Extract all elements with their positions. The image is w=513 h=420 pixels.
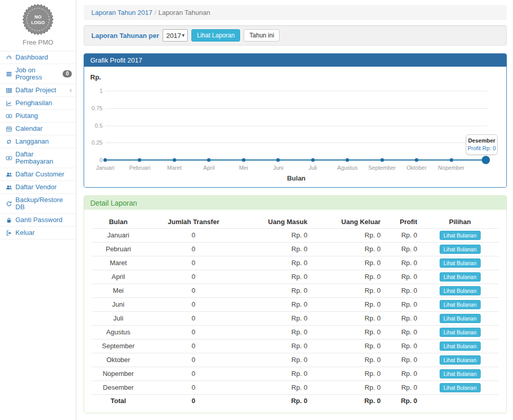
table-cell: Rp. 0 [311,353,385,367]
sidebar-item-label: Ganti Password [15,216,63,224]
table-icon [5,87,12,94]
table-cell: 0 [145,242,242,256]
sidebar-item-langganan[interactable]: Langganan [0,135,76,148]
view-report-button[interactable]: Lihat Laporan [191,29,240,42]
table-row-januari: Januari0Rp. 0Rp. 0Rp. 0Lihat Bulanan [92,228,499,242]
retweet-icon [5,138,12,145]
table-cell-action: Lihat Bulanan [421,311,499,325]
view-monthly-button-pebruari[interactable]: Lihat Bulanan [440,245,481,254]
table-cell: Rp. 0 [242,367,311,381]
chart-point-nopember[interactable] [449,158,453,162]
y-axis-tick-label: 0.75 [84,105,103,111]
table-cell: Oktober [92,353,145,367]
this-year-button[interactable]: Tahun ini [244,29,280,42]
chart-point-juni[interactable] [277,158,280,162]
profit-series-line [105,159,486,161]
table-cell: Rp. 0 [385,256,421,270]
table-cell: Rp. 0 [242,339,311,353]
table-cell-action: Lihat Bulanan [421,256,499,270]
y-axis-tick-label: 1 [84,88,103,94]
table-cell-action: Lihat Bulanan [421,228,499,242]
table-cell: Rp. 0 [385,353,421,367]
line-chart-icon [5,100,12,107]
chart-point-maret[interactable] [172,158,176,162]
view-monthly-button-oktober[interactable]: Lihat Bulanan [440,355,481,365]
view-monthly-button-maret[interactable]: Lihat Bulanan [440,258,481,268]
table-cell: Rp. 0 [311,381,385,394]
table-cell: Juli [92,311,145,325]
year-select[interactable]: 2017 ▼ [163,29,188,42]
chevron-left-icon: ‹ [70,88,72,93]
table-cell: Januari [92,228,145,242]
sidebar-item-calendar[interactable]: Calendar [0,123,76,135]
svg-text:LOGO: LOGO [31,20,45,25]
lock-icon [5,217,12,224]
table-row-maret: Maret0Rp. 0Rp. 0Rp. 0Lihat Bulanan [92,256,499,270]
dashboard-icon [5,54,12,61]
chart-gridline [105,91,487,91]
sidebar-item-job-on-progress[interactable]: Job on Progress0 [0,64,76,84]
sidebar-item-label: Penghasilan [15,99,52,107]
money-icon [5,113,12,119]
sidebar-item-backup-restore-db[interactable]: Backup/Restore DB [0,194,76,214]
table-cell: Rp. 0 [311,242,385,256]
sidebar-item-penghasilan[interactable]: Penghasilan [0,97,76,110]
table-cell-action: Lihat Bulanan [421,242,499,256]
sidebar-item-daftar-vendor[interactable]: Daftar Vendor [0,181,76,194]
view-monthly-button-desember[interactable]: Lihat Bulanan [440,383,481,392]
chart-point-september[interactable] [380,158,384,162]
chart-point-juli[interactable] [311,158,314,162]
table-cell-action: Lihat Bulanan [421,284,499,297]
sidebar-item-label: Langganan [15,138,49,145]
table-cell: Rp. 0 [385,325,421,339]
chart-point-april[interactable] [207,158,211,162]
refresh-icon [5,201,12,207]
view-monthly-button-agustus[interactable]: Lihat Bulanan [440,328,481,337]
table-cell: Rp. 0 [242,270,311,284]
chart-x-axis-title: Bulan [105,174,487,182]
sidebar-item-daftar-pembayaran[interactable]: Daftar Pembayaran [0,148,76,168]
sidebar-item-piutang[interactable]: Piutang [0,110,76,123]
sidebar-item-label: Piutang [15,112,38,119]
chart-point-mei[interactable] [242,158,245,162]
chart-point-pebruari[interactable] [138,158,142,162]
table-cell-action: Lihat Bulanan [421,325,499,339]
table-cell: 0 [145,325,242,339]
sidebar-item-daftar-customer[interactable]: Daftar Customer [0,168,76,181]
table-cell: Rp. 0 [311,297,385,311]
sidebar-item-keluar[interactable]: Keluar [0,227,76,239]
table-cell-action: Lihat Bulanan [421,270,499,284]
chart-point-januari[interactable] [104,158,107,162]
chart-point-agustus[interactable] [346,158,349,162]
table-cell: 0 [145,381,242,394]
chart-point-desember[interactable] [482,156,490,164]
sidebar-item-daftar-project[interactable]: Daftar Project‹ [0,84,76,97]
table-row-juni: Juni0Rp. 0Rp. 0Rp. 0Lihat Bulanan [92,297,499,311]
detail-report-panel: Detail Laporan BulanJumlah TransferUang … [84,195,507,413]
table-cell: Rp. 0 [311,270,385,284]
table-cell: Rp. 0 [242,242,311,256]
view-monthly-button-juli[interactable]: Lihat Bulanan [440,314,481,323]
view-monthly-button-mei[interactable]: Lihat Bulanan [440,286,481,295]
table-cell: Rp. 0 [385,311,421,325]
sidebar-item-label: Daftar Pembayaran [15,151,72,165]
chart-y-axis-title: Rp. [90,73,101,81]
tooltip-month: Desember [467,137,497,145]
column-header-bulan: Bulan [92,216,145,228]
sidebar-item-dashboard[interactable]: Dashboard [0,51,76,64]
table-cell: Rp. 0 [385,228,421,242]
table-row-september: September0Rp. 0Rp. 0Rp. 0Lihat Bulanan [92,339,499,353]
view-monthly-button-september[interactable]: Lihat Bulanan [440,342,481,351]
sidebar-item-label: Job on Progress [15,67,60,81]
view-monthly-button-januari[interactable]: Lihat Bulanan [440,231,481,240]
table-cell: Maret [92,256,145,270]
table-total-cell: 0 [145,394,242,407]
chart-point-oktober[interactable] [415,158,419,162]
table-cell: 0 [145,270,242,284]
view-monthly-button-april[interactable]: Lihat Bulanan [440,272,481,282]
breadcrumb-link[interactable]: Laporan Tahun 2017 [91,9,152,16]
view-monthly-button-nopember[interactable]: Lihat Bulanan [440,369,481,378]
view-monthly-button-juni[interactable]: Lihat Bulanan [440,300,481,309]
table-total-cell: Rp. 0 [242,394,311,407]
sidebar-item-ganti-password[interactable]: Ganti Password [0,214,76,227]
